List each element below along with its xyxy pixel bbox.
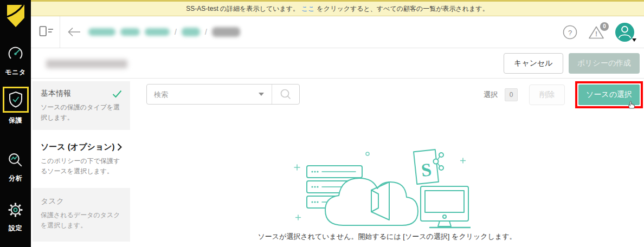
breadcrumb: / / — [88, 16, 240, 48]
chevron-down-icon — [632, 38, 636, 42]
collapse-sidebar-icon — [39, 25, 54, 37]
collapse-sidebar-button[interactable] — [39, 25, 54, 40]
sidebar: モニタ 保護 分析 — [0, 0, 31, 247]
page-header: キャンセル ポリシーの作成 — [31, 48, 644, 79]
sidebar-item-label: 保護 — [0, 116, 31, 125]
druva-logo[interactable] — [0, 3, 31, 29]
cancel-button[interactable]: キャンセル — [504, 53, 563, 74]
step-task[interactable]: タスク 保護されるデータのタスクを選択します。 — [33, 188, 130, 241]
step-source[interactable]: ソース (オプション) このポリシーの下で保護するソースを選択します。 — [33, 131, 130, 187]
svg-text:!: ! — [595, 30, 597, 38]
sidebar-item-label: 設定 — [0, 224, 31, 233]
header-divider — [60, 16, 60, 48]
page-actions: キャンセル ポリシーの作成 — [504, 53, 640, 74]
cloud-sources-illustration: S — [292, 134, 471, 235]
help-icon: ? — [563, 25, 577, 40]
step-description: ソースの保護のタイプを選択します。 — [41, 102, 122, 122]
step-basic-info[interactable]: 基本情報 ソースの保護のタイプを選択します。 — [33, 81, 130, 130]
shield-logo-icon — [5, 3, 26, 29]
sidebar-item-analyze[interactable]: 分析 — [0, 152, 31, 183]
empty-state-illustration: S — [292, 134, 471, 237]
search-icon — [280, 88, 292, 100]
create-policy-button[interactable]: ポリシーの作成 — [569, 53, 640, 74]
sidebar-item-monitor[interactable]: モニタ — [0, 46, 31, 77]
delete-button[interactable]: 削除 — [529, 84, 565, 105]
sidebar-item-settings[interactable]: 設定 — [0, 202, 31, 233]
svg-text:?: ? — [568, 28, 572, 36]
svg-text:S: S — [420, 159, 433, 180]
back-arrow-icon — [67, 27, 81, 37]
step-title: ソース (オプション) — [41, 142, 115, 152]
selection-controls: 選択 0 削除 ソースの選択 — [484, 81, 643, 108]
banner-text: をクリックすると、すべての顧客の一覧が表示されます。 — [317, 4, 489, 14]
alert-count-badge: 0 — [600, 22, 609, 31]
sidebar-item-protect[interactable]: 保護 — [0, 87, 31, 125]
wizard-steps-panel: 基本情報 ソースの保護のタイプを選択します。 ソース (オプション) このポリシ… — [33, 81, 130, 243]
help-button[interactable]: ? — [563, 25, 577, 40]
search-input[interactable] — [147, 90, 259, 99]
caret-down-icon[interactable] — [259, 93, 264, 96]
magnifier-chart-icon — [7, 152, 24, 168]
step-title: 基本情報 — [41, 89, 71, 99]
alerts-button[interactable]: ! 0 — [588, 25, 604, 40]
breadcrumb-redacted-section[interactable] — [182, 28, 200, 36]
sidebar-item-label: 分析 — [0, 174, 31, 183]
search-combo — [146, 84, 300, 105]
breadcrumb-redacted-customer[interactable] — [120, 28, 140, 36]
breadcrumb-redacted-page — [212, 27, 240, 37]
step-description: 保護されるデータのタスクを選択します。 — [41, 210, 122, 230]
selected-count: 0 — [505, 88, 518, 101]
step-title: タスク — [41, 197, 64, 206]
breadcrumb-separator: / — [175, 28, 177, 36]
selected-label: 選択 — [484, 90, 498, 100]
breadcrumb-separator: / — [205, 28, 207, 36]
page-title-redacted — [46, 60, 127, 68]
shield-check-icon — [8, 91, 23, 108]
notification-banner: SS-AS-test の詳細を表示しています。 ここ をクリックすると、すべての… — [31, 0, 644, 16]
banner-link[interactable]: ここ — [301, 4, 315, 14]
gauge-icon — [7, 46, 24, 62]
empty-state-message: ソースが選択されていません。開始するには [ソースの選択] をクリックします。 — [130, 232, 644, 242]
sidebar-item-label: モニタ — [0, 68, 31, 77]
step-description: このポリシーの下で保護するソースを選択します。 — [41, 156, 122, 176]
annotation-highlight-box: ソースの選択 — [575, 81, 643, 108]
active-nav-highlight — [3, 87, 29, 113]
banner-text: SS-AS-test の詳細を表示しています。 — [186, 4, 299, 14]
back-button[interactable] — [67, 27, 81, 40]
chevron-right-icon — [117, 143, 122, 151]
breadcrumb-redacted-customer[interactable] — [88, 28, 115, 36]
check-icon — [112, 90, 122, 98]
user-icon — [615, 22, 634, 42]
avatar[interactable] — [615, 23, 634, 42]
cursor-icon — [627, 100, 635, 109]
breadcrumb-redacted-customer[interactable] — [145, 28, 170, 36]
gear-icon — [7, 202, 24, 218]
header-icons: ? ! 0 — [563, 16, 634, 48]
app-header: / / ? ! 0 — [31, 16, 644, 48]
search-button[interactable] — [272, 88, 299, 100]
app-screen: モニタ 保護 分析 — [0, 0, 644, 247]
